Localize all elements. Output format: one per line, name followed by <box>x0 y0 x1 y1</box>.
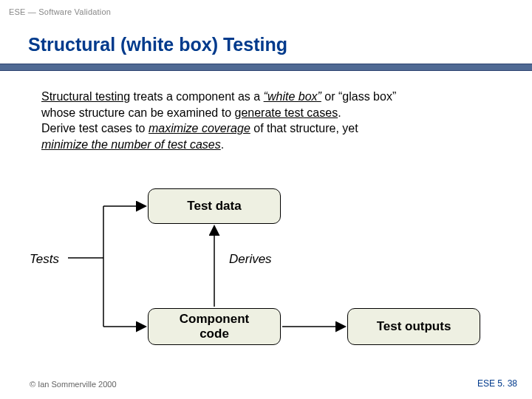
body-text: Structural testing treats a component as… <box>41 89 485 152</box>
page-header-label: ESE — Software Validation <box>9 7 111 16</box>
node-label: Component code <box>180 312 249 342</box>
node-test-outputs: Test outputs <box>347 308 480 345</box>
phrase-maximize-coverage: maximize coverage <box>149 122 250 134</box>
label-derives: Derives <box>229 252 272 267</box>
node-label: Test data <box>187 199 241 214</box>
term-white-box: “white box” <box>264 90 321 103</box>
footer-copyright: © Ian Sommerville 2000 <box>30 380 117 389</box>
node-label: Test outputs <box>377 319 451 334</box>
node-component-code: Component code <box>148 308 281 345</box>
diagram-area: Test data Component code Test outputs Te… <box>22 181 510 358</box>
term-structural-testing: Structural testing <box>41 90 130 103</box>
phrase-generate-test-cases: generate test cases <box>234 106 338 119</box>
node-test-data: Test data <box>148 188 281 224</box>
label-tests: Tests <box>30 252 59 267</box>
footer-page-number: ESE 5. 38 <box>477 378 517 389</box>
title-underline-bar <box>0 64 532 71</box>
phrase-minimize-number: minimize the number of test cases <box>41 138 221 151</box>
page-title: Structural (white box) Testing <box>28 34 287 55</box>
